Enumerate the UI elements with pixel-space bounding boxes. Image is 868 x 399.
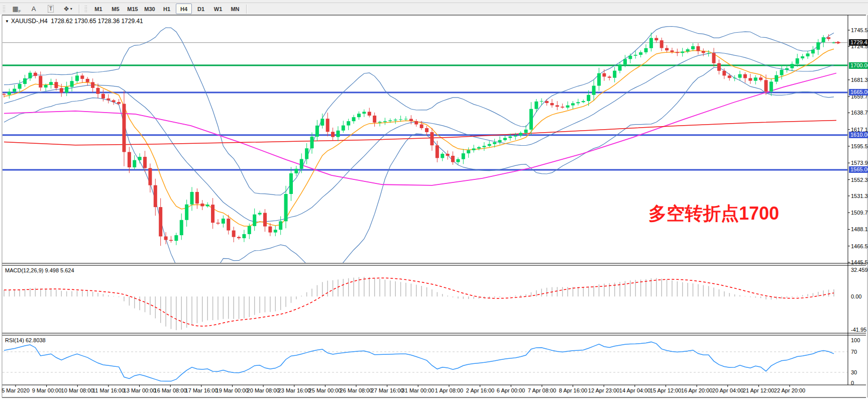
rsi-axis-label: 30 — [851, 369, 857, 375]
candle-body — [190, 192, 194, 205]
candle-body — [143, 157, 147, 168]
candle-body — [128, 152, 131, 167]
candle-body — [310, 137, 314, 148]
candle-body — [576, 102, 580, 103]
rsi-axis-label: 100 — [851, 337, 860, 343]
candle-body — [44, 85, 48, 87]
candle-body — [315, 126, 319, 137]
candle-body — [534, 102, 538, 109]
candle-body — [28, 73, 32, 78]
chart-annotation-text[interactable]: 多空转折点1700 — [648, 202, 779, 226]
main-price-panel[interactable] — [3, 27, 848, 277]
candle-body — [96, 88, 100, 94]
candle-body — [811, 50, 815, 54]
candle-body — [540, 101, 544, 102]
candle-body — [13, 89, 16, 92]
candle-body — [133, 160, 136, 167]
time-axis-label: 8 Apr 16:00 — [559, 387, 587, 393]
candle-body — [80, 75, 84, 79]
time-axis-label: 26 Mar 08:00 — [340, 387, 373, 393]
candle-body — [206, 205, 209, 206]
candle-body — [524, 130, 527, 133]
price-axis-label: 1509.70 — [851, 210, 868, 216]
chart-canvas[interactable] — [0, 0, 868, 399]
candle-body — [373, 116, 376, 123]
level-price-badge: 1700.00 — [849, 62, 868, 69]
candle-body — [200, 204, 204, 206]
candle-body — [39, 76, 42, 87]
time-axis-label: 16 Apr 20:00 — [681, 387, 712, 393]
rsi-line — [4, 342, 834, 381]
title-dropdown-icon[interactable]: ▼ — [5, 19, 9, 24]
time-axis-label: 6 Apr 00:00 — [497, 387, 525, 393]
candle-body — [639, 52, 642, 55]
rsi-panel[interactable] — [3, 342, 848, 381]
candle-body — [597, 73, 601, 86]
price-axis-label: 1681.30 — [851, 77, 868, 83]
candle-body — [582, 101, 585, 102]
mt4-window: ▦FAT❖▾M1M5M15M30H1H4D1W1MN ▼XAUUSD-,H4 1… — [0, 0, 868, 399]
time-axis-label: 23 Mar 16:00 — [278, 387, 311, 393]
candle-body — [618, 64, 622, 70]
candle-body — [790, 64, 794, 68]
candle-body — [686, 49, 690, 51]
candle-body — [60, 88, 63, 92]
candle-body — [347, 121, 350, 125]
candle-body — [728, 75, 731, 78]
candle-body — [613, 71, 616, 78]
macd-panel[interactable] — [4, 277, 834, 330]
candle-body — [602, 73, 606, 77]
candle-body — [816, 42, 820, 50]
candle-body — [488, 144, 491, 146]
slow-ma-magenta-line — [4, 73, 836, 185]
candle-body — [420, 125, 423, 128]
candle-body — [707, 53, 710, 53]
time-axis-label: 27 Mar 16:00 — [371, 387, 404, 393]
candle-body — [712, 53, 716, 63]
candle-body — [430, 132, 433, 145]
candle-body — [18, 84, 22, 89]
candle-body — [566, 106, 570, 108]
candle-body — [70, 81, 74, 87]
macd-values: 9.498 5.624 — [45, 267, 74, 273]
candle-body — [722, 71, 726, 76]
price-axis-label: 1531.30 — [851, 193, 868, 199]
macd-axis-max: 32.459 — [851, 267, 868, 273]
candle-body — [248, 226, 251, 234]
candle-body — [86, 79, 89, 82]
time-axis-label: 11 Mar 16:00 — [92, 387, 125, 393]
time-axis-label: 20 Apr 04:00 — [712, 387, 743, 393]
candle-body — [425, 128, 428, 132]
candle-body — [592, 86, 596, 95]
candle-body — [216, 223, 220, 224]
candle-body — [268, 227, 272, 233]
candle-body — [117, 102, 121, 104]
candle-body — [362, 112, 366, 114]
time-axis-label: 9 Mar 00:00 — [32, 387, 62, 393]
bollinger-lower-band — [4, 67, 834, 276]
candle-body — [508, 137, 512, 138]
time-axis-label: 13 Mar 00:00 — [124, 387, 156, 393]
candle-body — [665, 48, 669, 51]
candle-body — [649, 38, 653, 48]
rsi-axis-label: 70 — [851, 349, 857, 355]
candle-body — [446, 154, 450, 156]
candle-body — [284, 194, 288, 221]
candle-body — [655, 38, 658, 41]
candle-body — [394, 120, 397, 120]
time-axis-label: 7 Apr 08:00 — [528, 387, 556, 393]
candle-body — [561, 107, 564, 108]
time-axis-label: 10 Mar 08:00 — [61, 387, 94, 393]
candle-body — [305, 148, 308, 159]
candle-body — [154, 185, 157, 207]
candle-body — [529, 109, 533, 130]
candle-body — [482, 146, 486, 147]
candle-body — [456, 159, 460, 162]
candle-body — [738, 74, 741, 78]
candle-body — [320, 119, 324, 126]
candle-body — [467, 150, 470, 153]
candle-body — [357, 114, 361, 117]
candle-body — [462, 153, 465, 159]
candle-body — [159, 207, 162, 236]
time-axis-label: 2 Apr 16:00 — [466, 387, 494, 393]
